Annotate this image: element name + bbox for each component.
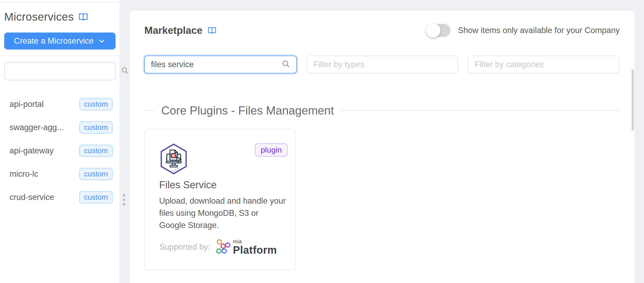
sidebar-item-crud-service[interactable]: crud-service custom bbox=[0, 186, 119, 209]
marketplace-header: Marketplace Show items only available fo… bbox=[130, 24, 634, 37]
sidebar-search-box bbox=[4, 62, 116, 80]
marketplace-search-input[interactable] bbox=[145, 56, 282, 73]
supported-by-row: Supported by: mia Platform bbox=[159, 239, 288, 255]
vendor-mia-label: mia bbox=[233, 239, 277, 244]
marketplace-panel: Marketplace Show items only available fo… bbox=[130, 11, 634, 283]
microservice-name: api-gateway bbox=[10, 146, 54, 156]
company-only-toggle[interactable] bbox=[427, 24, 450, 37]
sidebar-item-swagger-aggregator[interactable]: swagger-agg... custom bbox=[0, 116, 119, 139]
vendor-platform-label: Platform bbox=[233, 245, 277, 255]
microservices-list: api-portal custom swagger-agg... custom … bbox=[0, 93, 119, 209]
sidebar-top-divider bbox=[0, 2, 119, 3]
chevron-down-icon bbox=[98, 37, 106, 45]
custom-tag: custom bbox=[79, 98, 113, 110]
sidebar-divider bbox=[0, 56, 119, 56]
files-service-icon: Platform bbox=[159, 143, 188, 175]
microservice-name: micro-lc bbox=[10, 169, 38, 179]
search-icon bbox=[282, 60, 291, 70]
microservice-name: crud-service bbox=[10, 193, 54, 202]
section-title: Core Plugins - Files Management bbox=[161, 104, 334, 117]
sidebar-title: Microservices bbox=[4, 11, 74, 23]
plugin-type-tag: plugin bbox=[255, 143, 288, 157]
custom-tag: custom bbox=[79, 121, 113, 134]
marketplace-filters-row bbox=[130, 56, 634, 74]
sidebar-search-input[interactable] bbox=[5, 62, 121, 80]
card-title: Files Service bbox=[159, 179, 288, 191]
supported-by-label: Supported by: bbox=[159, 242, 210, 252]
mia-platform-hexagons-icon bbox=[215, 239, 230, 255]
sidebar-header: Microservices bbox=[4, 11, 89, 23]
card-description: Upload, download and handle your files u… bbox=[159, 195, 286, 231]
mia-platform-logo: mia Platform bbox=[215, 239, 277, 255]
create-microservice-button[interactable]: Create a Microservice bbox=[4, 33, 116, 49]
vertical-scrollbar-thumb[interactable] bbox=[632, 69, 634, 131]
sidebar-resize-handle[interactable] bbox=[123, 194, 126, 208]
filter-by-categories-select[interactable] bbox=[468, 56, 619, 74]
custom-tag: custom bbox=[79, 168, 113, 180]
microservice-name: api-portal bbox=[10, 99, 44, 109]
sidebar-item-api-portal[interactable]: api-portal custom bbox=[0, 93, 119, 116]
company-only-toggle-label: Show items only available for your Compa… bbox=[458, 26, 620, 35]
docs-book-icon[interactable] bbox=[78, 12, 89, 22]
microservice-name: swagger-agg... bbox=[10, 123, 64, 132]
section-divider: Core Plugins - Files Management bbox=[144, 104, 620, 117]
docs-book-icon[interactable] bbox=[207, 26, 217, 35]
custom-tag: custom bbox=[79, 191, 113, 203]
toggle-knob bbox=[426, 23, 440, 38]
files-service-card[interactable]: Platform plugin Files Service Upload, do… bbox=[144, 129, 296, 270]
company-filter-toggle-group: Show items only available for your Compa… bbox=[427, 24, 620, 37]
microservices-sidebar: Microservices Create a Microservice api-… bbox=[0, 0, 119, 283]
marketplace-search-box bbox=[144, 56, 297, 74]
sidebar-item-micro-lc[interactable]: micro-lc custom bbox=[0, 162, 119, 186]
sidebar-item-api-gateway[interactable]: api-gateway custom bbox=[0, 139, 119, 162]
create-microservice-label: Create a Microservice bbox=[14, 36, 94, 46]
custom-tag: custom bbox=[79, 145, 113, 157]
filter-by-types-select[interactable] bbox=[306, 56, 458, 74]
search-icon bbox=[121, 66, 129, 76]
marketplace-title: Marketplace bbox=[144, 25, 203, 36]
